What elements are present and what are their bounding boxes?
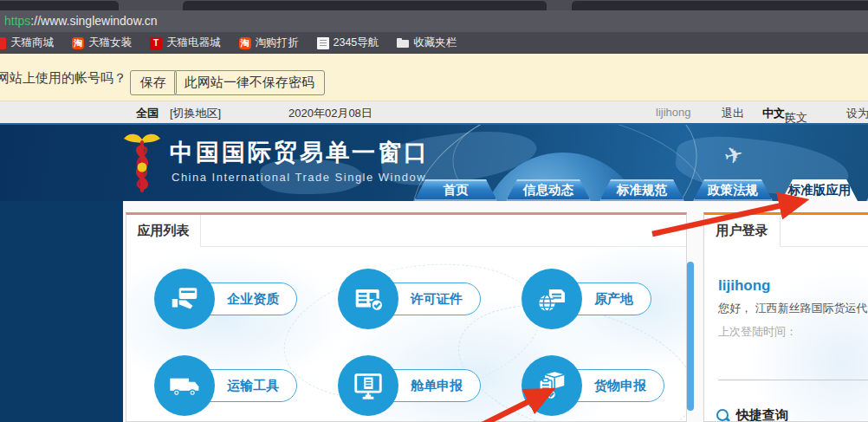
- nav-tab-policies[interactable]: 政策法规: [693, 179, 773, 201]
- app-item-cargo-declaration[interactable]: 货物申报: [521, 352, 687, 419]
- page-content: 应用列表 企业资质: [0, 201, 868, 422]
- application-grid: 企业资质 许可证件: [154, 265, 687, 419]
- tmall-icon: [0, 37, 6, 49]
- taobao-icon: 淘: [239, 37, 251, 49]
- taobao-icon: 淘: [72, 37, 84, 49]
- never-save-password-button[interactable]: 此网站一律不保存密码: [174, 70, 325, 95]
- bookmark-label: 天猫电器城: [166, 36, 221, 50]
- browser-tab[interactable]: [183, 1, 547, 10]
- set-homepage-link[interactable]: 设为首页: [846, 106, 868, 121]
- lang-zh[interactable]: 中文: [762, 107, 785, 120]
- transport-vehicle-icon: [154, 355, 215, 416]
- url-text: ://www.singlewindow.cn: [30, 14, 157, 28]
- enterprise-qualification-icon: [154, 269, 215, 329]
- save-password-button[interactable]: 保存: [130, 70, 177, 95]
- app-item-enterprise-qualification[interactable]: 企业资质: [154, 265, 338, 333]
- bookmark-favorites-folder[interactable]: 收藏夹栏: [397, 36, 457, 50]
- quick-query-label: 快捷查询: [736, 407, 788, 422]
- nav-tab-home[interactable]: 首页: [414, 179, 497, 201]
- cargo-declaration-icon: [521, 355, 582, 416]
- topbar-username: lijihong: [656, 106, 690, 119]
- password-prompt: 网站上使用的帐号吗？: [0, 70, 126, 87]
- browser-tab[interactable]: [0, 1, 119, 10]
- tab-application-list[interactable]: 应用列表: [126, 215, 201, 247]
- last-login-label: 上次登陆时间：: [718, 324, 797, 340]
- app-item-transport-vehicle[interactable]: 运输工具: [154, 352, 338, 419]
- bookmark-label: 天猫商城: [10, 36, 54, 50]
- search-icon: [716, 409, 730, 422]
- browser-tab[interactable]: [572, 1, 868, 10]
- url-scheme: https: [4, 14, 30, 28]
- browser-tab-strip: [0, 0, 868, 10]
- folder-icon: [397, 37, 409, 49]
- bookmark-label: 淘购打折: [256, 36, 299, 50]
- site-title: 中国国际贸易单一窗口: [170, 137, 430, 168]
- bookmark-label: 天猫女装: [88, 36, 132, 50]
- scrollbar-thumb[interactable]: [687, 262, 694, 411]
- bookmark-label: 2345导航: [334, 36, 379, 50]
- origin-icon: [521, 269, 582, 329]
- divider: [718, 380, 868, 380]
- nav-tab-standards[interactable]: 标准规范: [599, 179, 684, 201]
- app-item-license-certificate[interactable]: 许可证件: [338, 265, 521, 333]
- site-top-bar: 全国 [切换地区] 2020年02月08日 lijihong 退出 中文|英文 …: [0, 101, 868, 123]
- page-icon: [317, 37, 329, 49]
- logout-link[interactable]: 退出: [722, 106, 744, 121]
- language-switch[interactable]: 中文|英文: [762, 106, 785, 121]
- tab-user-login[interactable]: 用户登录: [704, 215, 781, 247]
- site-header: ✈ 中国国际贸易单一窗口 China International Trade S…: [0, 123, 868, 201]
- license-certificate-icon: [338, 269, 398, 329]
- panel-header: 用户登录: [704, 215, 868, 247]
- logged-in-username[interactable]: lijihong: [718, 277, 770, 295]
- bookmark-label: 收藏夹栏: [413, 36, 457, 50]
- manifest-declaration-icon: [338, 355, 398, 416]
- panel-header: 应用列表: [126, 215, 686, 247]
- bookmark-2345-nav[interactable]: 2345导航: [317, 36, 379, 50]
- main-navigation: 首页 信息动态 标准规范 政策法规 标准版应用 金融服务: [414, 179, 868, 201]
- bookmark-tmall-women[interactable]: 淘 天猫女装: [72, 36, 132, 50]
- bookmark-tmall-mall[interactable]: 天猫商城: [0, 36, 54, 50]
- app-item-manifest-declaration[interactable]: 舱单申报: [338, 352, 521, 419]
- app-item-origin[interactable]: 原产地: [521, 265, 687, 333]
- address-bar[interactable]: https://www.singlewindow.cn: [0, 10, 868, 32]
- password-save-bar: 网站上使用的帐号吗？ 保存 此网站一律不保存密码: [0, 54, 868, 101]
- nav-tab-news[interactable]: 信息动态: [506, 179, 591, 201]
- greeting-text: 您好， 江西新丝路国际货运代: [718, 301, 868, 316]
- switch-region-link[interactable]: [切换地区]: [170, 106, 221, 121]
- bookmarks-bar: 天猫商城 淘 天猫女装 T 天猫电器城 淘 淘购打折 2345导航 收藏夹栏: [0, 32, 868, 54]
- quick-query-link[interactable]: 快捷查询: [716, 407, 788, 422]
- bookmark-tmall-electronics[interactable]: T 天猫电器城: [150, 36, 221, 50]
- t-letter-icon: T: [150, 37, 162, 49]
- left-navy-background: [0, 201, 123, 422]
- site-subtitle: China International Trade Single Window: [172, 171, 426, 184]
- region-label: 全国: [136, 106, 159, 121]
- single-window-logo: [121, 133, 163, 197]
- user-login-panel: 用户登录 lijihong 您好， 江西新丝路国际货运代 上次登陆时间： 快捷查…: [703, 212, 868, 422]
- date-label: 2020年02月08日: [288, 106, 372, 121]
- bookmark-taobao-discount[interactable]: 淘 淘购打折: [239, 36, 299, 50]
- application-list-panel: 应用列表 企业资质: [126, 212, 687, 422]
- nav-tab-standard-apps[interactable]: 标准版应用: [781, 179, 858, 201]
